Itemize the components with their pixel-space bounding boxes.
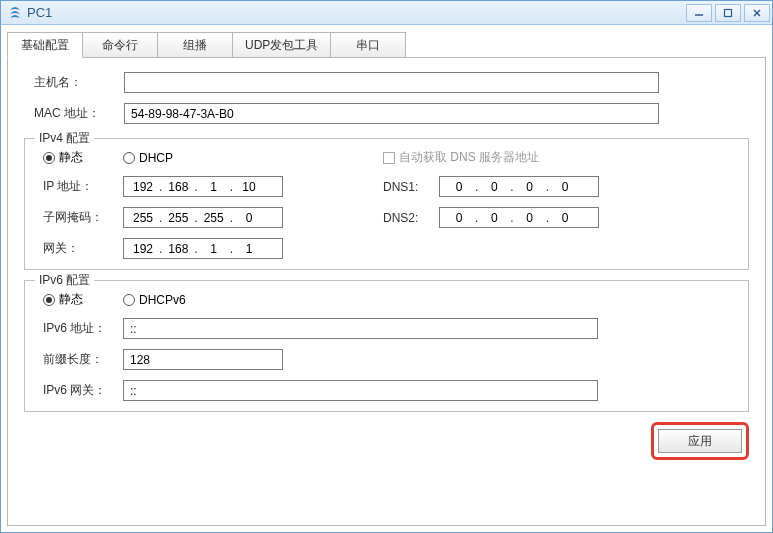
dns2-oct2[interactable] bbox=[479, 210, 509, 226]
hostname-label: 主机名： bbox=[34, 74, 124, 91]
gateway-input[interactable]: . . . bbox=[123, 238, 283, 259]
ip-input[interactable]: . . . bbox=[123, 176, 283, 197]
tab-bar: 基础配置 命令行 组播 UDP发包工具 串口 bbox=[7, 31, 766, 57]
window-title: PC1 bbox=[27, 5, 686, 20]
apply-highlight: 应用 bbox=[651, 422, 749, 460]
mask-label: 子网掩码： bbox=[43, 209, 123, 226]
gateway-label: 网关： bbox=[43, 240, 123, 257]
ipv6-prefix-input[interactable] bbox=[123, 349, 283, 370]
tab-panel-basic: 主机名： MAC 地址： IPv4 配置 静态 bbox=[7, 57, 766, 526]
dns2-oct3[interactable] bbox=[515, 210, 545, 226]
window: PC1 基础配置 命令行 组播 UDP发包工具 串口 主机名： MAC 地址： bbox=[0, 0, 773, 533]
gateway-row: 网关： . . . bbox=[43, 238, 373, 259]
ipv4-fieldset: IPv4 配置 静态 DHCP 自动获取 D bbox=[24, 138, 749, 270]
ipv4-legend: IPv4 配置 bbox=[35, 130, 94, 147]
ip-oct4[interactable] bbox=[234, 179, 264, 195]
mac-label: MAC 地址： bbox=[34, 105, 124, 122]
ipv6-gateway-label: IPv6 网关： bbox=[43, 382, 123, 399]
ipv4-dhcp-radio[interactable]: DHCP bbox=[123, 151, 173, 165]
ipv4-static-label: 静态 bbox=[59, 149, 83, 166]
app-icon bbox=[7, 5, 23, 21]
dns1-oct1[interactable] bbox=[444, 179, 474, 195]
auto-dns-checkbox[interactable]: 自动获取 DNS 服务器地址 bbox=[383, 149, 736, 166]
gw-oct4[interactable] bbox=[234, 241, 264, 257]
mask-input[interactable]: . . . bbox=[123, 207, 283, 228]
ipv6-gateway-input[interactable] bbox=[123, 380, 598, 401]
minimize-button[interactable] bbox=[686, 4, 712, 22]
radio-icon bbox=[123, 152, 135, 164]
mac-row: MAC 地址： bbox=[34, 103, 749, 124]
ipv6-addr-row: IPv6 地址： bbox=[43, 318, 736, 339]
dns2-label: DNS2: bbox=[383, 211, 439, 225]
tab-serial[interactable]: 串口 bbox=[330, 32, 406, 58]
svg-rect-1 bbox=[725, 9, 732, 16]
dns1-label: DNS1: bbox=[383, 180, 439, 194]
gw-oct2[interactable] bbox=[163, 241, 193, 257]
mac-input[interactable] bbox=[124, 103, 659, 124]
mask-oct1[interactable] bbox=[128, 210, 158, 226]
gw-oct1[interactable] bbox=[128, 241, 158, 257]
client-area: 基础配置 命令行 组播 UDP发包工具 串口 主机名： MAC 地址： IPv4… bbox=[1, 25, 772, 532]
dns1-oct2[interactable] bbox=[479, 179, 509, 195]
tab-basic[interactable]: 基础配置 bbox=[7, 32, 83, 58]
hostname-row: 主机名： bbox=[34, 72, 749, 93]
ipv4-radio-row: 静态 DHCP 自动获取 DNS 服务器地址 bbox=[43, 149, 736, 166]
ipv6-dhcp-radio[interactable]: DHCPv6 bbox=[123, 293, 186, 307]
mask-row: 子网掩码： . . . bbox=[43, 207, 373, 228]
ipv6-prefix-row: 前缀长度： bbox=[43, 349, 736, 370]
dns2-row: DNS2: . . . bbox=[383, 207, 736, 228]
ipv6-legend: IPv6 配置 bbox=[35, 272, 94, 289]
tab-multicast[interactable]: 组播 bbox=[157, 32, 233, 58]
ipv6-addr-input[interactable] bbox=[123, 318, 598, 339]
apply-button[interactable]: 应用 bbox=[658, 429, 742, 453]
ipv6-static-label: 静态 bbox=[59, 291, 83, 308]
hostname-input[interactable] bbox=[124, 72, 659, 93]
tab-udp[interactable]: UDP发包工具 bbox=[232, 32, 331, 58]
ipv6-prefix-label: 前缀长度： bbox=[43, 351, 123, 368]
gw-oct3[interactable] bbox=[199, 241, 229, 257]
ip-oct2[interactable] bbox=[163, 179, 193, 195]
dns2-oct4[interactable] bbox=[550, 210, 580, 226]
dns1-row: DNS1: . . . bbox=[383, 176, 736, 197]
ipv6-radio-row: 静态 DHCPv6 bbox=[43, 291, 736, 308]
ipv6-dhcp-label: DHCPv6 bbox=[139, 293, 186, 307]
radio-icon bbox=[123, 294, 135, 306]
ip-row: IP 地址： . . . bbox=[43, 176, 373, 197]
checkbox-icon bbox=[383, 152, 395, 164]
tab-cli[interactable]: 命令行 bbox=[82, 32, 158, 58]
close-button[interactable] bbox=[744, 4, 770, 22]
dns2-oct1[interactable] bbox=[444, 210, 474, 226]
window-buttons bbox=[686, 4, 770, 22]
radio-icon bbox=[43, 294, 55, 306]
titlebar: PC1 bbox=[1, 1, 772, 25]
mask-oct3[interactable] bbox=[199, 210, 229, 226]
ipv4-static-radio[interactable]: 静态 bbox=[43, 149, 83, 166]
ip-label: IP 地址： bbox=[43, 178, 123, 195]
button-row: 应用 bbox=[24, 422, 749, 460]
dns2-input[interactable]: . . . bbox=[439, 207, 599, 228]
mask-oct4[interactable] bbox=[234, 210, 264, 226]
maximize-button[interactable] bbox=[715, 4, 741, 22]
dns1-oct3[interactable] bbox=[515, 179, 545, 195]
auto-dns-label: 自动获取 DNS 服务器地址 bbox=[399, 149, 539, 166]
dns1-oct4[interactable] bbox=[550, 179, 580, 195]
ipv6-gateway-row: IPv6 网关： bbox=[43, 380, 736, 401]
mask-oct2[interactable] bbox=[163, 210, 193, 226]
radio-icon bbox=[43, 152, 55, 164]
ipv6-addr-label: IPv6 地址： bbox=[43, 320, 123, 337]
ipv4-dhcp-label: DHCP bbox=[139, 151, 173, 165]
dns1-input[interactable]: . . . bbox=[439, 176, 599, 197]
ipv6-fieldset: IPv6 配置 静态 DHCPv6 IPv6 地址： 前缀长 bbox=[24, 280, 749, 412]
ip-oct3[interactable] bbox=[199, 179, 229, 195]
ip-oct1[interactable] bbox=[128, 179, 158, 195]
ipv6-static-radio[interactable]: 静态 bbox=[43, 291, 83, 308]
